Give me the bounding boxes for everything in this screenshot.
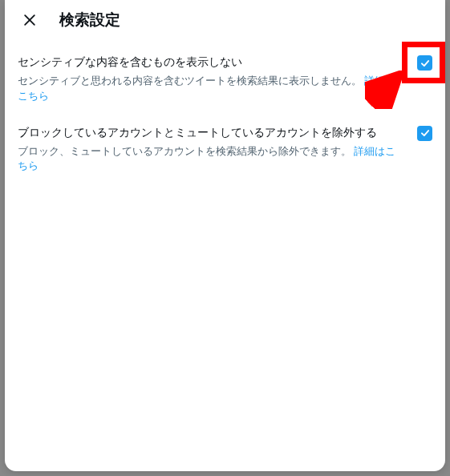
setting-description-text: センシティブと思われる内容を含むツイートを検索結果に表示しません。 — [18, 75, 362, 87]
search-settings-modal: 検索設定 センシティブな内容を含むものを表示しない センシティブと思われる内容を… — [5, 0, 445, 471]
setting-hide-sensitive: センシティブな内容を含むものを表示しない センシティブと思われる内容を含むツイー… — [5, 45, 445, 115]
setting-label: センシティブな内容を含むものを表示しない — [18, 54, 417, 71]
modal-title: 検索設定 — [59, 10, 120, 30]
setting-description-text: ブロック、ミュートしているアカウントを検索結果から除外できます。 — [18, 146, 351, 157]
modal-header: 検索設定 — [5, 0, 445, 40]
setting-exclude-blocked-muted: ブロックしているアカウントとミュートしているアカウントを除外する ブロック、ミュ… — [5, 115, 445, 186]
setting-description: ブロック、ミュートしているアカウントを検索結果から除外できます。 詳細はこちら — [18, 144, 432, 175]
setting-label: ブロックしているアカウントとミュートしているアカウントを除外する — [18, 125, 417, 141]
close-icon — [22, 12, 38, 28]
checkbox-exclude-blocked-muted[interactable] — [417, 126, 432, 141]
settings-list: センシティブな内容を含むものを表示しない センシティブと思われる内容を含むツイー… — [5, 40, 445, 190]
setting-description: センシティブと思われる内容を含むツイートを検索結果に表示しません。 詳細はこちら — [18, 74, 432, 104]
checkmark-icon — [420, 127, 431, 139]
close-button[interactable] — [16, 6, 43, 34]
checkmark-icon — [420, 58, 431, 69]
checkbox-hide-sensitive[interactable] — [417, 55, 432, 71]
